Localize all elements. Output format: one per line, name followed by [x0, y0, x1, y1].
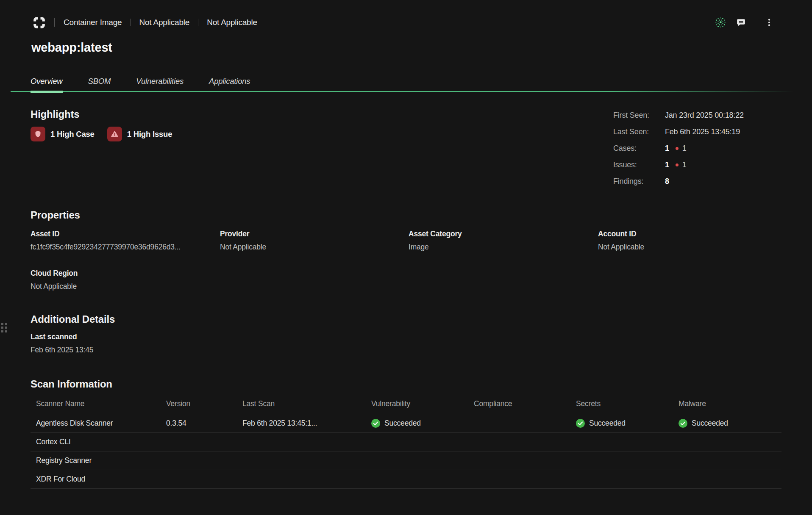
- col-secrets: Secrets: [576, 396, 679, 414]
- property-asset-category: Asset Category Image: [409, 230, 598, 252]
- divider: [130, 19, 131, 26]
- table-row-agentless-disk-scanner: Agentless Disk Scanner 0.3.54 Feb 6th 20…: [31, 414, 781, 433]
- first-seen-row: First Seen: Jan 23rd 2025 00:18:22: [613, 111, 783, 120]
- table-row-registry-scanner: Registry Scanner: [31, 451, 781, 470]
- scanner-name-cell: Agentless Disk Scanner: [31, 414, 166, 432]
- scan-information-section: Scan Information Scanner Name Version La…: [31, 378, 781, 489]
- top-bar-actions: [714, 16, 776, 29]
- vulnerability-status-cell: [371, 437, 474, 447]
- status-text: Succeeded: [692, 419, 728, 428]
- highlights-section: Highlights 1 High Case 1 High Issue: [31, 108, 185, 141]
- field-value: fc1fc9f35c4fe929234277739970e36d9626d3..…: [31, 243, 220, 252]
- field-value: Image: [409, 243, 598, 252]
- breadcrumb-item-3: Not Applicable: [207, 18, 257, 27]
- version-cell: 0.3.54: [166, 414, 242, 432]
- divider: [755, 18, 755, 27]
- tab-vulnerabilities[interactable]: Vulnerabilities: [136, 77, 184, 92]
- malware-status-cell: [679, 437, 781, 447]
- field-value: Not Applicable: [220, 243, 409, 252]
- success-check-icon: [679, 419, 687, 428]
- property-asset-id: Asset ID fc1fc9f35c4fe929234277739970e36…: [31, 230, 220, 252]
- highlights-heading: Highlights: [31, 108, 185, 120]
- last-seen-label: Last Seen:: [613, 127, 665, 136]
- additional-details-heading: Additional Details: [31, 313, 115, 325]
- ai-assistant-icon[interactable]: [714, 16, 727, 29]
- field-label: Provider: [220, 230, 409, 238]
- cases-label: Cases:: [613, 144, 665, 153]
- secrets-status-cell: [576, 456, 679, 465]
- last-scan-cell: [242, 456, 371, 465]
- compliance-status-cell: [474, 419, 576, 428]
- panel-resize-grip[interactable]: [1, 323, 7, 332]
- severity-dot-icon: [676, 147, 679, 150]
- highlights-badges: 1 High Case 1 High Issue: [31, 127, 185, 141]
- compliance-status-cell: [474, 456, 576, 465]
- table-row-cortex-cli: Cortex CLI: [31, 433, 781, 451]
- last-scan-cell: [242, 437, 371, 447]
- property-cloud-region: Cloud Region Not Applicable: [31, 269, 220, 291]
- col-version: Version: [166, 396, 242, 414]
- cases-open-count: 1: [682, 144, 687, 153]
- vulnerability-status-cell: Succeeded: [371, 414, 474, 432]
- findings-total: 8: [665, 177, 669, 186]
- version-cell: [166, 456, 242, 465]
- field-value: Not Applicable: [598, 243, 781, 252]
- field-label: Cloud Region: [31, 269, 220, 278]
- secrets-status-cell: [576, 475, 679, 484]
- scan-table-body: Agentless Disk Scanner 0.3.54 Feb 6th 20…: [31, 414, 781, 489]
- issues-total: 1: [665, 161, 669, 169]
- malware-status-cell: Succeeded: [679, 414, 781, 432]
- last-scan-cell: Feb 6th 2025 13:45:1...: [242, 414, 371, 432]
- tab-applications[interactable]: Applications: [209, 77, 250, 92]
- scan-information-heading: Scan Information: [31, 378, 781, 390]
- tab-overview[interactable]: Overview: [31, 77, 63, 92]
- secrets-status-cell: [576, 437, 679, 447]
- tab-sbom[interactable]: SBOM: [88, 77, 111, 92]
- field-label: Asset Category: [409, 230, 598, 238]
- scanner-name-cell: XDR For Cloud: [31, 470, 166, 488]
- tab-bar: Overview SBOM Vulnerabilities Applicatio…: [31, 77, 275, 92]
- properties-grid: Asset ID fc1fc9f35c4fe929234277739970e36…: [31, 230, 781, 291]
- kebab-menu-icon[interactable]: [763, 16, 776, 29]
- compliance-status-cell: [474, 475, 576, 484]
- findings-label: Findings:: [613, 177, 665, 186]
- page-title: webapp:latest: [31, 41, 112, 55]
- col-vulnerability: Vulnerability: [371, 396, 474, 414]
- success-check-icon: [576, 419, 585, 428]
- version-cell: [166, 437, 242, 447]
- breadcrumb-item-2: Not Applicable: [139, 18, 189, 27]
- high-issue-badge[interactable]: 1 High Issue: [107, 127, 172, 141]
- vulnerability-status-cell: [371, 475, 474, 484]
- properties-section: Properties Asset ID fc1fc9f35c4fe9292342…: [31, 209, 781, 291]
- malware-status-cell: [679, 475, 781, 484]
- last-seen-row: Last Seen: Feb 6th 2025 13:45:19: [613, 127, 783, 136]
- property-account-id: Account ID Not Applicable: [598, 230, 781, 252]
- col-malware: Malware: [679, 396, 781, 414]
- issues-open-count: 1: [682, 161, 687, 169]
- col-compliance: Compliance: [474, 396, 576, 414]
- issues-row: Issues: 1 1: [613, 160, 783, 169]
- last-scanned-field: Last scanned Feb 6th 2025 13:45: [31, 332, 115, 354]
- field-label: Last scanned: [31, 332, 115, 341]
- field-label: Account ID: [598, 230, 781, 238]
- field-value: Not Applicable: [31, 282, 220, 291]
- tab-bar-underline: [11, 91, 801, 92]
- severity-dot-icon: [676, 163, 679, 166]
- high-case-badge[interactable]: 1 High Case: [31, 127, 95, 141]
- breadcrumb-asset-type: Container Image: [64, 18, 122, 27]
- high-issue-label: 1 High Issue: [127, 130, 172, 139]
- chat-icon[interactable]: [734, 16, 747, 29]
- cases-row: Cases: 1 1: [613, 144, 783, 153]
- additional-details-section: Additional Details Last scanned Feb 6th …: [31, 313, 115, 354]
- last-seen-value: Feb 6th 2025 13:45:19: [665, 127, 740, 136]
- field-label: Asset ID: [31, 230, 220, 238]
- vulnerability-status-cell: [371, 456, 474, 465]
- property-provider: Provider Not Applicable: [220, 230, 409, 252]
- secrets-status-cell: Succeeded: [576, 414, 679, 432]
- cases-total: 1: [665, 144, 669, 153]
- malware-status-cell: [679, 456, 781, 465]
- status-text: Succeeded: [384, 419, 421, 428]
- scanner-name-cell: Registry Scanner: [31, 451, 166, 470]
- properties-heading: Properties: [31, 209, 781, 221]
- high-case-label: 1 High Case: [50, 130, 95, 139]
